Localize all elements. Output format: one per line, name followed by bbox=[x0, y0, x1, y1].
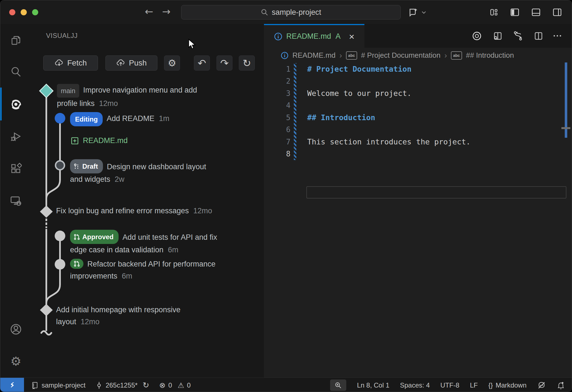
window-minimize-button[interactable] bbox=[21, 9, 27, 15]
commit-row-approved[interactable]: ApprovedAdd unit tests for API and fix e… bbox=[70, 230, 217, 256]
notifications-bell-icon[interactable] bbox=[557, 381, 565, 389]
commit-item[interactable]: 265c1255* ↻ bbox=[95, 381, 149, 390]
search-view-icon[interactable] bbox=[0, 59, 32, 84]
extensions-icon[interactable] bbox=[0, 156, 32, 181]
remote-indicator[interactable] bbox=[0, 378, 24, 392]
code-line: 3Welcome to our project. bbox=[264, 87, 572, 100]
pull-request-icon bbox=[73, 234, 80, 240]
zoom-status-item[interactable] bbox=[330, 379, 346, 391]
language-name: Markdown bbox=[496, 381, 527, 389]
search-value: sample-project bbox=[272, 8, 321, 17]
graph-node-approved bbox=[55, 231, 65, 241]
code-line: 5## Introduction bbox=[264, 112, 572, 124]
code-line: 2 bbox=[264, 75, 572, 88]
graph-node-main-diamond bbox=[40, 84, 53, 98]
tab-bar: README.md A × bbox=[264, 24, 572, 48]
symbol-string-icon: abc bbox=[451, 51, 462, 60]
run-debug-icon[interactable] bbox=[0, 124, 32, 149]
diff-added-gutter bbox=[294, 63, 296, 160]
vscode-window: ← → sample-project bbox=[0, 0, 572, 392]
code-line: 4 bbox=[264, 100, 572, 112]
cloud-upload-icon bbox=[116, 58, 126, 68]
code-line: 6 bbox=[264, 124, 572, 136]
branch-badge-main: main bbox=[57, 84, 79, 98]
warning-count: 0 bbox=[187, 381, 191, 389]
more-actions-icon[interactable] bbox=[554, 35, 561, 37]
commit-row-homepage[interactable]: Add initial homepage with responsive lay… bbox=[56, 304, 181, 328]
commit-id: 265c1255* bbox=[105, 381, 138, 389]
cursor-position-item[interactable]: Ln 8, Col 1 bbox=[357, 381, 389, 389]
settings-gear-icon[interactable]: ⚙ bbox=[0, 349, 32, 374]
openai-icon[interactable] bbox=[471, 30, 483, 42]
customize-layout-icon[interactable] bbox=[489, 8, 499, 17]
eol-item[interactable]: LF bbox=[470, 381, 478, 389]
graph-node-draft bbox=[56, 161, 64, 170]
code-area[interactable]: 1# Project Documentation 2 3Welcome to o… bbox=[264, 63, 572, 378]
accounts-icon[interactable] bbox=[0, 317, 32, 342]
overview-ruler-cursor-marker bbox=[561, 127, 570, 129]
current-line-highlight bbox=[306, 186, 566, 199]
window-close-button[interactable] bbox=[9, 9, 15, 15]
workspace-name: sample-project bbox=[42, 381, 85, 389]
sidebar-settings-button[interactable]: ⚙ bbox=[164, 55, 180, 71]
split-editor-icon[interactable] bbox=[533, 31, 544, 41]
pull-request-icon bbox=[73, 260, 80, 267]
push-label: Push bbox=[129, 59, 147, 67]
commit-row-draft[interactable]: DraftDesign new dashboard layout and wid… bbox=[70, 159, 206, 185]
tab-readme[interactable]: README.md A × bbox=[264, 24, 364, 48]
remote-explorer-icon[interactable] bbox=[0, 188, 32, 214]
commit-row-editing[interactable]: EditingAdd README1m bbox=[70, 112, 169, 126]
workspace-item[interactable]: sample-project bbox=[31, 381, 85, 389]
refresh-button[interactable]: ↻ bbox=[239, 55, 255, 71]
breadcrumb-symbol-h1[interactable]: # Project Documentation bbox=[361, 51, 441, 60]
navigate-back-button[interactable]: ← bbox=[145, 6, 153, 17]
commit-row-refactor[interactable]: Refactor backend API for performance imp… bbox=[70, 258, 215, 282]
breadcrumb: README.md › abc # Project Documentation … bbox=[264, 48, 572, 63]
copilot-disabled-icon[interactable] bbox=[537, 381, 546, 390]
graph-node-editing bbox=[55, 113, 65, 124]
explorer-icon[interactable] bbox=[0, 28, 32, 53]
changed-file-row[interactable]: README.md bbox=[71, 135, 128, 147]
file-name: README.md bbox=[83, 135, 128, 147]
info-icon bbox=[281, 52, 289, 59]
sync-icon[interactable]: ↻ bbox=[143, 381, 149, 390]
overview-ruler-added-marker bbox=[565, 62, 567, 138]
repo-book-icon bbox=[31, 381, 39, 389]
graph-end-squiggle bbox=[41, 331, 51, 335]
status-badge-draft: Draft bbox=[70, 159, 103, 173]
commit-row-main[interactable]: mainImprove navigation menu and add prof… bbox=[57, 84, 197, 110]
toggle-secondary-sidebar-icon[interactable] bbox=[552, 7, 562, 17]
activity-bar: ⚙ bbox=[0, 24, 32, 378]
breadcrumb-symbol-h2[interactable]: ## Introduction bbox=[466, 51, 514, 60]
problems-item[interactable]: ⊗ 0 ⚠ 0 bbox=[159, 381, 191, 389]
toggle-panel-icon[interactable] bbox=[531, 7, 541, 17]
code-line: 1# Project Documentation bbox=[264, 63, 572, 75]
indentation-item[interactable]: Spaces: 4 bbox=[400, 381, 430, 389]
window-zoom-button[interactable] bbox=[32, 9, 38, 15]
language-item[interactable]: {} Markdown bbox=[488, 381, 527, 389]
toggle-primary-sidebar-icon[interactable] bbox=[510, 7, 520, 17]
undo-button[interactable]: ↶ bbox=[194, 55, 210, 71]
graph-node-fix-diamond bbox=[40, 205, 53, 218]
copilot-chat-icon[interactable] bbox=[408, 7, 419, 18]
pull-request-badge bbox=[70, 259, 83, 269]
chevron-down-icon[interactable] bbox=[421, 9, 427, 15]
search-icon bbox=[261, 8, 268, 16]
editor-group: README.md A × bbox=[264, 24, 572, 378]
redo-button[interactable]: ↷ bbox=[217, 55, 232, 71]
compare-changes-icon[interactable] bbox=[513, 31, 523, 41]
commit-row-fix-login[interactable]: Fix login bug and refine error messages1… bbox=[56, 205, 212, 217]
tab-close-icon[interactable]: × bbox=[349, 32, 355, 41]
navigate-forward-button[interactable]: → bbox=[162, 6, 170, 17]
encoding-item[interactable]: UTF-8 bbox=[440, 381, 459, 389]
visualjj-sidebar: VISUALJJ Fetch Push ⚙ ↶ ↷ ↻ bbox=[32, 24, 264, 378]
code-line: 8 bbox=[264, 148, 572, 160]
breadcrumb-file[interactable]: README.md bbox=[292, 51, 336, 60]
command-center-search[interactable]: sample-project bbox=[181, 5, 401, 20]
title-bar: ← → sample-project bbox=[0, 0, 572, 24]
visualjj-view-icon[interactable] bbox=[0, 92, 32, 117]
symbol-string-icon: abc bbox=[346, 51, 357, 60]
mouse-cursor bbox=[188, 39, 197, 50]
open-preview-icon[interactable] bbox=[493, 31, 503, 41]
error-count: 0 bbox=[168, 381, 172, 389]
